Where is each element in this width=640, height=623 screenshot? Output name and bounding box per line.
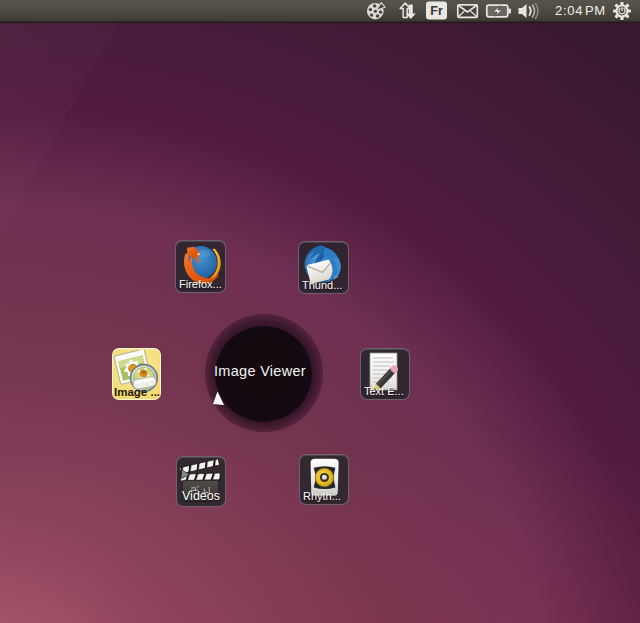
- svg-text:Fr: Fr: [430, 4, 443, 18]
